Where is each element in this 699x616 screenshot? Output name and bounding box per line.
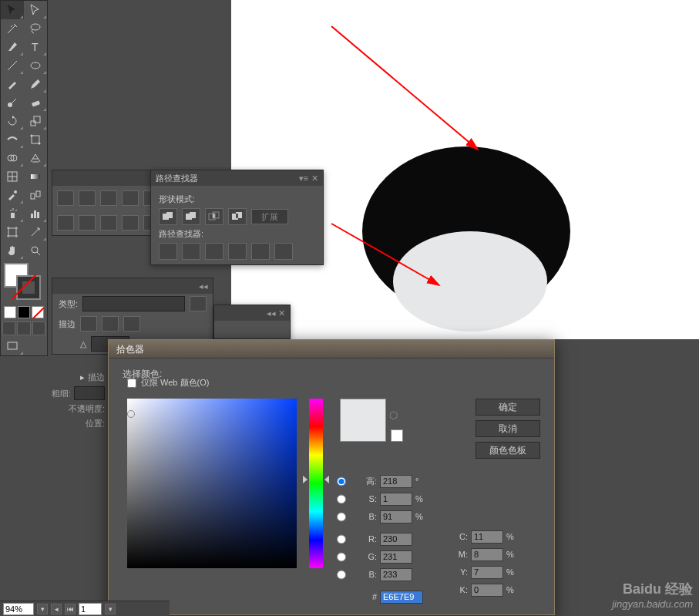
hue-slider[interactable]	[309, 399, 323, 568]
eyedropper-tool[interactable]	[1, 186, 24, 204]
stroke-title-tri[interactable]: ▸	[80, 372, 85, 382]
draw-inside[interactable]	[32, 321, 45, 335]
zoom-tool[interactable]	[24, 241, 47, 260]
width-tool[interactable]	[1, 130, 24, 149]
distribute-1[interactable]	[57, 215, 74, 231]
m-input[interactable]	[471, 548, 503, 561]
zoom-dropdown[interactable]: ▾	[37, 604, 48, 614]
swatches-button[interactable]: 颜色色板	[476, 442, 540, 459]
outline-button[interactable]	[251, 243, 270, 260]
panel-menu-icon[interactable]: ▾≡	[299, 173, 308, 183]
shape-builder-tool[interactable]	[1, 149, 24, 167]
screen-mode[interactable]	[1, 337, 24, 355]
mesh-tool[interactable]	[1, 167, 24, 186]
blend-tool[interactable]	[24, 186, 47, 204]
free-transform-tool[interactable]	[24, 130, 47, 149]
panel-collapse-icon[interactable]: ◂◂	[199, 281, 208, 291]
page-input[interactable]	[79, 603, 102, 615]
b-input[interactable]	[380, 510, 412, 523]
y-input[interactable]	[471, 566, 503, 579]
paintbrush-tool[interactable]	[1, 75, 24, 93]
bb-input[interactable]	[380, 568, 412, 581]
hex-input[interactable]	[380, 591, 423, 604]
type-dropdown[interactable]	[82, 296, 185, 311]
hue-handle-right[interactable]	[324, 476, 329, 483]
bb-radio[interactable]	[337, 570, 346, 580]
symbol-sprayer-tool[interactable]	[1, 204, 24, 223]
align-left[interactable]	[57, 190, 74, 206]
expand-button[interactable]: 扩展	[251, 209, 288, 224]
s-radio[interactable]	[337, 494, 346, 504]
h-radio[interactable]	[337, 476, 346, 486]
type-menu[interactable]	[190, 296, 207, 311]
stroke-cap-2[interactable]	[102, 316, 119, 332]
minus-front-button[interactable]	[182, 208, 200, 225]
unite-button[interactable]	[159, 208, 177, 225]
selection-tool[interactable]	[1, 1, 24, 19]
zoom-input[interactable]	[3, 603, 34, 615]
color-mode[interactable]	[4, 306, 16, 318]
panel-collapse-icon[interactable]: ◂◂ ✕	[267, 308, 285, 318]
page-first[interactable]: ⏮	[65, 604, 76, 614]
align-hcenter[interactable]	[79, 190, 96, 206]
cancel-button[interactable]: 取消	[476, 420, 540, 437]
gradient-tool[interactable]	[24, 167, 47, 186]
k-input[interactable]	[471, 584, 503, 597]
weight-input[interactable]	[74, 386, 105, 400]
column-graph-tool[interactable]	[24, 204, 47, 223]
intersect-button[interactable]	[205, 208, 223, 225]
c-input[interactable]	[471, 530, 503, 544]
blob-brush-tool[interactable]	[1, 93, 24, 112]
divide-button[interactable]	[159, 243, 177, 260]
color-marker[interactable]	[127, 410, 135, 418]
ellipse-tool[interactable]	[24, 56, 47, 75]
perspective-grid-tool[interactable]	[24, 149, 47, 167]
eraser-tool[interactable]	[24, 93, 47, 112]
r-radio[interactable]	[337, 534, 346, 544]
crop-button[interactable]	[228, 243, 247, 260]
g-radio[interactable]	[337, 552, 346, 562]
gradient-mode[interactable]	[18, 306, 30, 318]
rotate-tool[interactable]	[1, 112, 24, 130]
pen-tool[interactable]	[1, 38, 24, 56]
hue-handle-left[interactable]	[303, 476, 307, 483]
r-input[interactable]	[380, 533, 412, 546]
scale-tool[interactable]	[24, 112, 47, 130]
ok-button[interactable]: 确定	[476, 399, 540, 416]
draw-normal[interactable]	[2, 321, 15, 335]
b-radio[interactable]	[337, 512, 346, 522]
distribute-2[interactable]	[79, 215, 96, 231]
s-input[interactable]	[380, 493, 412, 506]
fill-stroke-swatches[interactable]	[1, 260, 47, 305]
slice-tool[interactable]	[24, 223, 47, 241]
line-tool[interactable]	[1, 56, 24, 75]
align-right[interactable]	[100, 190, 117, 206]
magic-wand-tool[interactable]	[1, 19, 24, 38]
page-dropdown[interactable]: ▾	[105, 604, 116, 614]
merge-button[interactable]	[205, 243, 223, 260]
none-mode[interactable]	[32, 306, 44, 318]
distribute-3[interactable]	[100, 215, 117, 231]
minus-back-button[interactable]	[274, 243, 293, 260]
trim-button[interactable]	[182, 243, 200, 260]
draw-behind[interactable]	[17, 321, 30, 335]
color-field[interactable]	[127, 399, 297, 568]
type-tool[interactable]: T	[24, 38, 47, 56]
stroke-cap-3[interactable]	[123, 316, 140, 332]
page-prev[interactable]: ◂	[51, 604, 62, 614]
distribute-4[interactable]	[122, 215, 139, 231]
g-input[interactable]	[380, 550, 412, 564]
h-input[interactable]	[380, 475, 412, 488]
pathfinder-tab[interactable]: 路径查找器	[156, 173, 198, 184]
artboard-tool[interactable]	[1, 223, 24, 241]
direct-selection-tool[interactable]	[24, 1, 47, 19]
align-top[interactable]	[122, 190, 139, 206]
panel-close-icon[interactable]: ✕	[311, 173, 318, 183]
hand-tool[interactable]	[1, 241, 24, 260]
cube-icon[interactable]: ⬡	[389, 409, 398, 421]
stroke-swatch[interactable]	[16, 275, 41, 300]
exclude-button[interactable]	[228, 208, 247, 225]
web-only-checkbox[interactable]	[127, 379, 136, 388]
stroke-cap-1[interactable]	[80, 316, 97, 332]
lasso-tool[interactable]	[24, 19, 47, 38]
